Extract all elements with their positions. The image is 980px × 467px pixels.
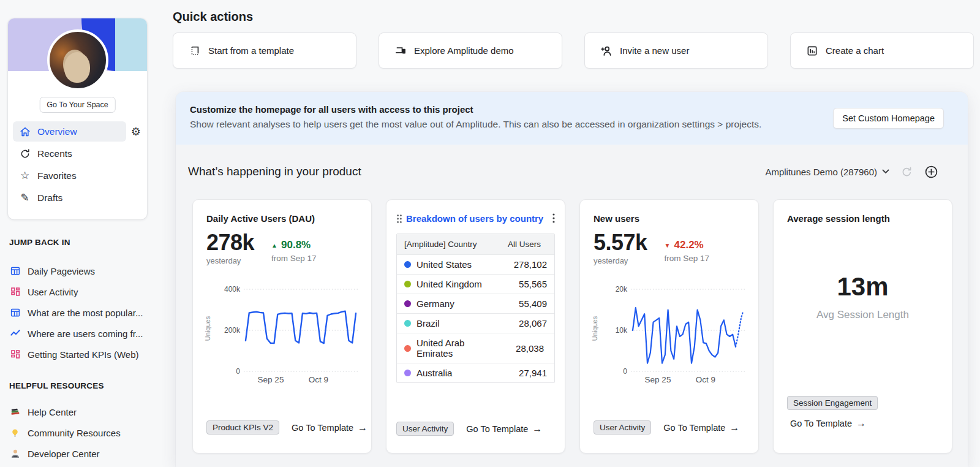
go-to-template-link[interactable]: Go To Template → [663,422,739,433]
card-title: Daily Active Users (DAU) [206,213,358,224]
dashboard-icon [9,349,21,360]
line-chart-icon [9,328,21,340]
dau-value: 278k [206,231,254,254]
sidebar-item-help-center[interactable]: Help Center [9,401,150,422]
customize-homepage-banner: Customize the homepage for all users wit… [176,92,968,145]
sidebar-item-label: Overview [37,126,77,137]
card-title: Average session length [787,213,938,224]
sidebar-item-label: Community Resources [28,428,121,438]
arrow-right-icon: → [532,423,542,435]
avg-session-value: 13m [774,272,952,302]
dau-line-chart: Uniques 400k 200k 0 Sep 25 Oct 9 [244,286,358,378]
quick-action-label: Explore Amplitude demo [414,45,514,56]
y-tick: 0 [608,367,627,376]
card-footer: Session Engagement Go To Template → [787,397,878,429]
triangle-up-icon: ▲ [271,242,277,249]
sidebar-item-getting-started-kpis[interactable]: Getting Started KPIs (Web) [9,344,150,365]
jump-back-in-section: JUMP BACK IN Daily Pageviews User Activi… [9,238,150,365]
template-tag[interactable]: Product KPIs V2 [206,420,279,435]
sidebar-item-community-resources[interactable]: Community Resources [9,422,150,443]
go-to-your-space-button[interactable]: Go To Your Space [39,97,116,113]
project-selector-label: Amplitunes Demo (287960) [765,167,877,177]
sidebar-item-favorites: ☆ Favorites [13,165,142,186]
start-from-template-button[interactable]: Start from a template [173,32,356,69]
sidebar-item-developer-center[interactable]: Developer Center [9,443,150,464]
sidebar-item-drafts: ✎ Drafts [13,188,142,208]
arrow-right-icon: → [729,422,739,433]
drag-handle-icon[interactable] [396,214,402,224]
set-custom-homepage-button[interactable]: Set Custom Homepage [833,108,944,129]
table-row: United Arab Emirates 28,038 [397,333,554,363]
quick-action-label: Start from a template [208,45,294,56]
template-icon [189,45,201,57]
amplitude-home-page: Go To Your Space Overview ⚙ [0,0,980,467]
section-controls: Amplitunes Demo (287960) [765,164,938,179]
quick-action-label: Invite a new user [620,45,689,56]
card-header: Breakdown of users by country [396,213,555,224]
gear-icon[interactable]: ⚙ [131,125,141,139]
dau-chart-svg [244,286,358,378]
sidebar-item-label: User Activity [28,287,78,297]
go-to-template-link[interactable]: Go To Template → [790,418,878,429]
x-tick: Sep 25 [258,375,284,384]
y-tick: 20k [608,285,627,294]
explore-demo-button[interactable]: Explore Amplitude demo [379,32,562,69]
sidebar-item-user-activity[interactable]: User Activity [9,281,150,302]
sidebar-item-recents: Recents [13,143,142,164]
dau-value-caption: yesterday [206,256,254,265]
home-content-container: Customize the homepage for all users wit… [176,92,968,467]
dau-series-line [246,311,356,343]
metric-cards-row: Daily Active Users (DAU) 278k yesterday … [192,199,952,454]
y-tick: 200k [221,326,240,335]
country-breakdown-card: Breakdown of users by country [Amplitude… [386,199,565,454]
dau-change-caption: from Sep 17 [271,254,317,263]
go-to-template-link[interactable]: Go To Template → [466,423,542,435]
arrow-right-icon: → [856,418,866,429]
table-icon [9,265,21,277]
template-tag[interactable]: Session Engagement [787,396,878,410]
sidebar-item-label: Help Center [28,407,77,417]
avatar[interactable] [47,29,108,91]
table-icon [9,307,21,319]
add-user-icon [600,45,612,57]
project-selector[interactable]: Amplitunes Demo (287960) [765,167,889,177]
template-tag[interactable]: User Activity [594,420,651,435]
avg-session-caption: Avg Session Length [774,309,952,321]
sidebar-nav: Overview ⚙ Recents ☆ Favorites [13,121,142,210]
technologist-icon [9,448,21,460]
sidebar-item-label: Getting Started KPIs (Web) [28,349,138,360]
series-dot [404,345,411,352]
helpful-resources-section: HELPFUL RESOURCES Help Center Community … [9,381,150,464]
triangle-down-icon: ▼ [665,242,671,249]
column-header: All Users [508,234,554,254]
column-header: [Amplitude] Country [397,234,508,254]
create-chart-button[interactable]: Create a chart [790,32,974,69]
invite-user-button[interactable]: Invite a new user [584,32,768,69]
sidebar-item-label: Favorites [37,170,77,181]
dau-stat: 278k yesterday ▲ 90.8% from Sep 17 [206,231,358,265]
card-title-link[interactable]: Breakdown of users by country [406,213,543,224]
y-tick: 400k [221,285,240,294]
sidebar-item-daily-pageviews[interactable]: Daily Pageviews [9,260,150,281]
kebab-menu-icon[interactable] [552,213,555,223]
sidebar-item-overview: Overview ⚙ [13,121,142,142]
series-dot [404,320,411,327]
arrow-right-icon: → [358,422,368,433]
devices-icon [394,45,407,57]
series-dot [404,370,411,376]
sidebar-item-where-users-coming-from[interactable]: Where are users coming fr... [9,323,150,344]
dau-card: Daily Active Users (DAU) 278k yesterday … [192,199,372,454]
sidebar-item-most-popular[interactable]: What are the most popular... [9,302,150,323]
new-users-card: New users 5.57k yesterday ▼ 42.2% from S… [579,199,759,454]
chevron-down-icon [882,169,889,174]
refresh-icon[interactable] [899,164,914,179]
sidebar-item-label: Where are users coming fr... [28,328,143,339]
jump-back-in-heading: JUMP BACK IN [9,238,150,247]
add-card-icon[interactable] [924,164,938,179]
go-to-template-link[interactable]: Go To Template → [292,422,368,433]
y-tick: 10k [608,326,627,335]
new-users-stat: 5.57k yesterday ▼ 42.2% from Sep 17 [594,231,745,265]
template-tag[interactable]: User Activity [396,422,454,436]
section-header: What’s happening in your product Amplitu… [188,164,938,179]
table-row: Australia 27,941 [397,363,554,382]
